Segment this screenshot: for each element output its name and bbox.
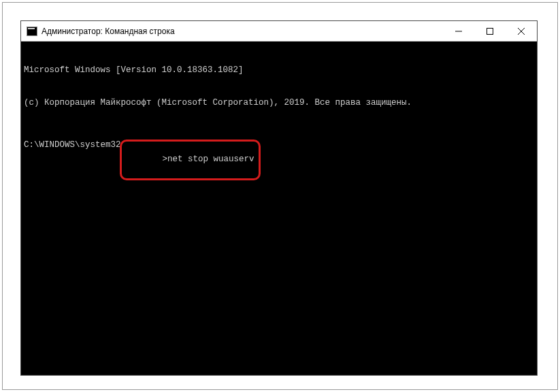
- window-title: Администратор: Командная строка: [42, 27, 443, 36]
- console-area[interactable]: Microsoft Windows [Version 10.0.18363.10…: [21, 42, 537, 375]
- prompt-path: C:\WINDOWS\system32: [24, 140, 121, 180]
- minimize-button[interactable]: [443, 21, 474, 41]
- maximize-icon: [487, 28, 493, 35]
- cmd-window: Администратор: Командная строка Microsof…: [20, 20, 538, 376]
- close-button[interactable]: [506, 21, 537, 41]
- console-line-version: Microsoft Windows [Version 10.0.18363.10…: [24, 65, 534, 76]
- command-highlight: >net stop wuauserv: [120, 140, 261, 180]
- window-controls: [443, 21, 537, 41]
- prompt-line: C:\WINDOWS\system32 >net stop wuauserv: [24, 140, 534, 180]
- close-icon: [518, 28, 525, 35]
- command-text: net stop wuauserv: [167, 154, 254, 164]
- maximize-button[interactable]: [474, 21, 506, 41]
- console-line-copyright: (c) Корпорация Майкрософт (Microsoft Cor…: [24, 97, 534, 108]
- titlebar[interactable]: Администратор: Командная строка: [21, 21, 537, 42]
- prompt-caret: >: [163, 154, 168, 164]
- svg-rect-1: [487, 28, 493, 34]
- cmd-icon: [27, 27, 37, 36]
- minimize-icon: [455, 28, 462, 35]
